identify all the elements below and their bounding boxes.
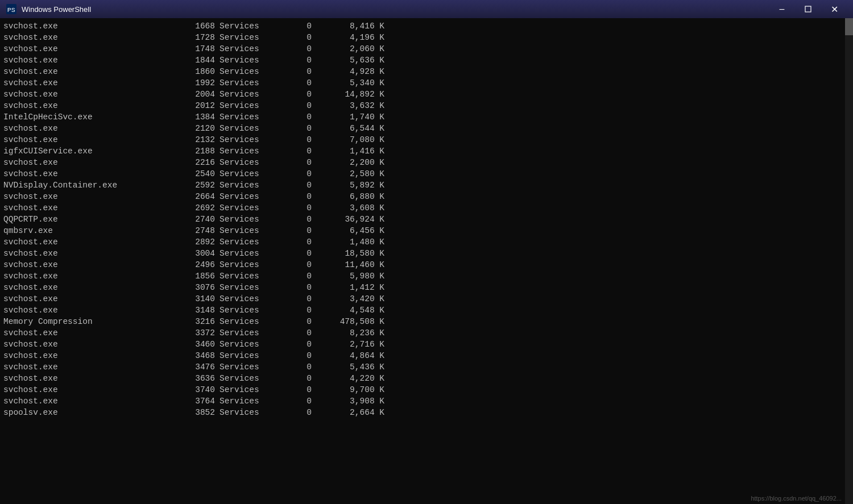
process-session: Services [220,225,282,236]
process-num: 0 [282,157,316,168]
process-num: 0 [282,327,316,339]
table-row: svchost.exe2216Services02,200 K [3,157,850,168]
process-pid: 3076 [174,282,220,293]
table-row: svchost.exe1844Services05,636 K [3,55,850,66]
process-session: Services [220,316,282,327]
process-num: 0 [282,214,316,225]
process-mem: 1,480 K [316,236,384,248]
process-num: 0 [282,32,316,43]
process-pid: 1992 [174,77,220,89]
process-name: svchost.exe [3,373,174,384]
scrollbar-thumb[interactable] [845,18,853,35]
table-row: svchost.exe2120Services06,544 K [3,123,850,134]
process-session: Services [220,282,282,293]
scrollbar[interactable] [845,18,853,504]
process-session: Services [220,202,282,214]
process-name: QQPCRTP.exe [3,214,174,225]
process-num: 0 [282,43,316,55]
process-session: Services [220,214,282,225]
window-controls: – ✕ [769,0,847,18]
table-row: svchost.exe3740Services09,700 K [3,384,850,395]
process-session: Services [220,350,282,361]
process-num: 0 [282,202,316,214]
process-pid: 3740 [174,384,220,395]
process-mem: 4,220 K [316,373,384,384]
process-pid: 3852 [174,407,220,418]
process-mem: 2,200 K [316,157,384,168]
process-mem: 5,436 K [316,361,384,373]
process-pid: 2132 [174,134,220,145]
maximize-button[interactable] [795,0,821,18]
process-mem: 478,508 K [316,316,384,327]
process-name: svchost.exe [3,123,174,134]
process-session: Services [220,77,282,89]
table-row: svchost.exe3468Services04,864 K [3,350,850,361]
process-session: Services [220,361,282,373]
app-icon: PS [6,3,17,15]
process-name: svchost.exe [3,282,174,293]
minimize-button[interactable]: – [769,0,795,18]
table-row: svchost.exe3372Services08,236 K [3,327,850,339]
process-num: 0 [282,180,316,191]
process-num: 0 [282,305,316,316]
table-row: NVDisplay.Container.exe2592Services05,89… [3,180,850,191]
process-num: 0 [282,361,316,373]
process-name: svchost.exe [3,168,174,180]
process-mem: 5,892 K [316,180,384,191]
process-session: Services [220,32,282,43]
process-mem: 4,864 K [316,350,384,361]
table-row: svchost.exe2012Services03,632 K [3,100,850,111]
process-pid: 3004 [174,248,220,259]
process-num: 0 [282,407,316,418]
table-row: IntelCpHeciSvc.exe1384Services01,740 K [3,111,850,123]
process-session: Services [220,305,282,316]
process-mem: 14,892 K [316,89,384,100]
process-session: Services [220,89,282,100]
process-pid: 2740 [174,214,220,225]
table-row: svchost.exe3460Services02,716 K [3,339,850,350]
process-session: Services [220,66,282,77]
watermark: https://blog.csdn.net/qq_46092... [751,495,842,502]
process-pid: 1748 [174,43,220,55]
process-name: svchost.exe [3,327,174,339]
process-session: Services [220,339,282,350]
process-pid: 3140 [174,293,220,305]
process-session: Services [220,373,282,384]
process-name: svchost.exe [3,259,174,270]
process-session: Services [220,168,282,180]
process-pid: 2120 [174,123,220,134]
process-pid: 2496 [174,259,220,270]
process-mem: 4,196 K [316,32,384,43]
process-name: svchost.exe [3,43,174,55]
process-mem: 18,580 K [316,248,384,259]
process-name: svchost.exe [3,77,174,89]
process-name: Memory Compression [3,316,174,327]
table-row: svchost.exe3764Services03,908 K [3,395,850,407]
table-row: svchost.exe3140Services03,420 K [3,293,850,305]
process-pid: 3460 [174,339,220,350]
process-name: svchost.exe [3,89,174,100]
table-row: svchost.exe1668Services08,416 K [3,20,850,32]
process-num: 0 [282,282,316,293]
process-name: igfxCUIService.exe [3,145,174,157]
process-num: 0 [282,134,316,145]
process-pid: 2592 [174,180,220,191]
process-num: 0 [282,384,316,395]
process-num: 0 [282,373,316,384]
process-name: svchost.exe [3,134,174,145]
close-button[interactable]: ✕ [821,0,847,18]
process-mem: 6,456 K [316,225,384,236]
process-name: qmbsrv.exe [3,225,174,236]
process-list: svchost.exe1668Services08,416 Ksvchost.e… [3,20,850,418]
table-row: svchost.exe1992Services05,340 K [3,77,850,89]
process-num: 0 [282,316,316,327]
process-pid: 1728 [174,32,220,43]
process-name: svchost.exe [3,293,174,305]
process-mem: 3,420 K [316,293,384,305]
process-mem: 2,060 K [316,43,384,55]
table-row: svchost.exe3076Services01,412 K [3,282,850,293]
process-mem: 8,236 K [316,327,384,339]
process-num: 0 [282,225,316,236]
table-row: svchost.exe3636Services04,220 K [3,373,850,384]
process-name: svchost.exe [3,384,174,395]
